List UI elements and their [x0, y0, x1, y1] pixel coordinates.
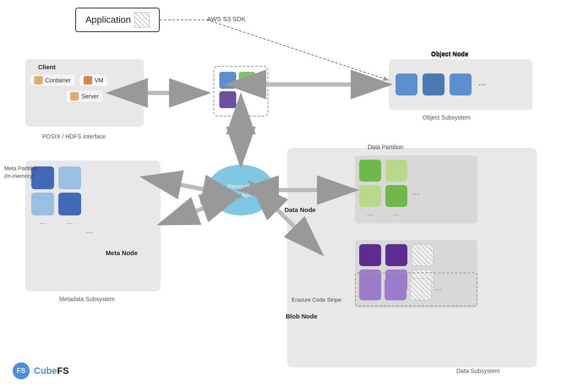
meta-block-light-1 — [31, 193, 54, 215]
meta-partition-label: Meta Partition(In-memory) — [4, 165, 38, 180]
vm-icon — [84, 76, 92, 84]
application-box: Application — [75, 8, 160, 32]
meta-dots-1: ··· — [31, 219, 54, 228]
data-block-gl-2 — [385, 160, 407, 182]
object-block-2 — [423, 74, 445, 95]
cubefs-icon: FS — [12, 362, 30, 380]
meta-dots-3: ··· — [85, 227, 93, 238]
client-inner: Container VM Server — [30, 74, 139, 103]
erasure-dots: ··· — [435, 285, 442, 294]
object-block-1 — [396, 74, 417, 95]
volume-purple-block — [219, 91, 236, 108]
volume-blue-block — [219, 72, 236, 89]
cubefs-logo: FS CubeFS — [12, 362, 69, 380]
object-subsystem-label: Object Subsystem — [423, 114, 471, 121]
metadata-subsystem-label: Metadata Subsystem — [59, 296, 115, 302]
volume-cylinder — [213, 66, 268, 117]
posix-label: POSIX / HDFS interface — [42, 133, 106, 140]
application-label: Application — [85, 14, 131, 25]
erasure-block-1 — [359, 278, 381, 300]
data-col-2: ··· — [385, 160, 407, 219]
server-label: Server — [81, 93, 98, 100]
container-icon — [34, 76, 43, 84]
volume-box: Volume — [207, 63, 275, 130]
hatch-icon — [134, 12, 150, 27]
meta-dots-2: ··· — [58, 219, 81, 228]
meta-partition-1: ··· — [31, 166, 54, 286]
container-label: Container — [45, 77, 71, 84]
data-block-pd-2 — [385, 244, 407, 266]
client-server: Server — [65, 90, 103, 103]
client-title: Client — [38, 63, 139, 71]
erasure-label: Erasure Code Stripe — [292, 297, 341, 303]
data-node-upper: ··· ··· ··· — [355, 155, 477, 223]
svg-line-7 — [161, 207, 207, 224]
erasure-stripe-box: ··· — [355, 272, 477, 306]
data-node-label: Data Node — [284, 206, 316, 213]
client-box: Client Container VM Server — [25, 59, 144, 127]
client-container: Container — [30, 74, 76, 87]
blob-node-label: Blob Node — [286, 313, 317, 320]
erasure-hatched — [410, 278, 432, 300]
volume-label: Volume — [230, 120, 251, 127]
data-col-3: ··· — [412, 160, 419, 219]
data-partition-label: Data Partition — [368, 144, 404, 150]
client-server-row: Server — [30, 90, 139, 103]
object-node-title-2: Object Node — [431, 51, 468, 58]
data-block-gd-2 — [385, 185, 407, 207]
erasure-block-2 — [385, 278, 406, 300]
data-subsystem-label: Data Subsystem — [456, 368, 500, 374]
data-block-gl-1 — [359, 185, 381, 207]
hatched-block-1 — [412, 244, 434, 266]
cubefs-text: CubeFS — [34, 365, 69, 376]
data-dots-upper-1: ··· — [359, 210, 381, 219]
resource-manager-text: ResourceManager — [227, 182, 254, 199]
meta-node-label: Meta Node — [106, 249, 138, 256]
data-dots-upper-2: ··· — [385, 210, 407, 219]
resource-manager: ResourceManager — [207, 165, 275, 215]
data-col-1: ··· — [359, 160, 381, 219]
meta-partition-3: ··· — [85, 166, 93, 286]
data-block-gd-1 — [359, 160, 381, 182]
vm-label: VM — [95, 77, 104, 84]
meta-block-light-2 — [58, 166, 81, 189]
meta-block-dark-2 — [58, 193, 81, 215]
object-node-box: ··· — [389, 59, 532, 110]
data-dots-upper-3: ··· — [412, 188, 419, 199]
volume-green-block — [239, 72, 256, 89]
server-icon — [70, 92, 79, 101]
meta-partition-2: ··· — [58, 166, 81, 286]
object-dots: ··· — [478, 79, 486, 90]
metadata-box: ··· ··· ··· — [25, 161, 161, 291]
object-block-3 — [450, 74, 472, 95]
client-vm: VM — [79, 74, 108, 87]
aws-sdk-label: AWS S3 SDK — [207, 15, 246, 22]
diagram-container: Application AWS S3 SDK Client Container … — [0, 0, 562, 392]
svg-text:FS: FS — [17, 367, 26, 374]
data-block-pd-1 — [359, 244, 381, 266]
